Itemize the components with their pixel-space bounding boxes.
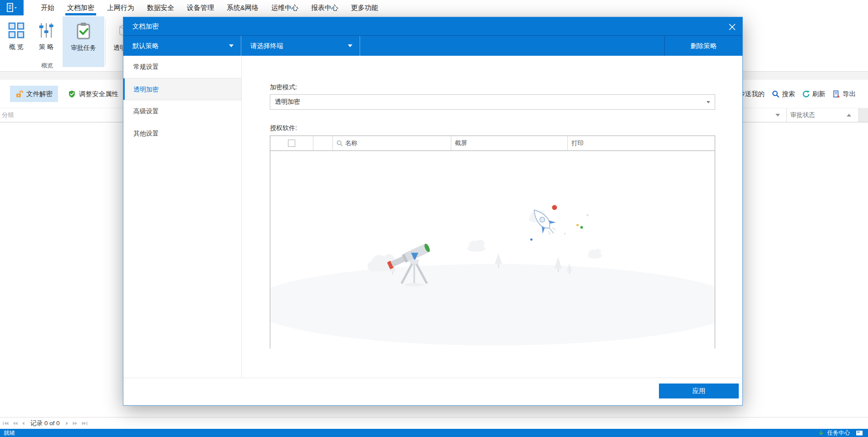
dialog-footer-divider bbox=[123, 378, 742, 378]
search-icon bbox=[772, 90, 780, 98]
terminal-dropdown-value: 请选择终端 bbox=[250, 42, 283, 49]
filter-caret-down-icon[interactable] bbox=[775, 114, 780, 117]
sidebar-item-advanced-settings[interactable]: 高级设置 bbox=[123, 100, 241, 122]
adjust-security-button[interactable]: 调整安全属性 bbox=[63, 86, 124, 102]
prev-page-button[interactable] bbox=[22, 421, 24, 426]
doc-encrypt-dialog: 文档加密 默认策略 请选择终端 删除策略 常规设置 透明加密 高级设置 其他设置 bbox=[123, 17, 743, 406]
menu-item-home[interactable]: 开始 bbox=[34, 0, 61, 15]
next-group-button[interactable] bbox=[73, 421, 78, 426]
approval-tasks-icon bbox=[74, 22, 93, 40]
dialog-dropdown-band: 默认策略 请选择终端 删除策略 bbox=[123, 35, 742, 56]
print-column-label: 打印 bbox=[571, 139, 584, 147]
empty-state-illustration bbox=[270, 151, 715, 349]
search-label: 搜索 bbox=[782, 90, 795, 98]
overview-icon bbox=[8, 22, 25, 39]
terminal-dropdown[interactable]: 请选择终端 bbox=[241, 36, 360, 56]
menu-item-device-mgmt[interactable]: 设备管理 bbox=[180, 0, 220, 15]
menu-item-data-security[interactable]: 数据安全 bbox=[141, 0, 180, 15]
authorized-software-label: 授权软件: bbox=[270, 124, 297, 132]
policy-dropdown-value: 默认策略 bbox=[132, 42, 159, 49]
shield-icon bbox=[68, 90, 76, 98]
prev-group-button[interactable] bbox=[13, 421, 18, 426]
policy-dropdown[interactable]: 默认策略 bbox=[123, 36, 241, 56]
menu-item-more-features[interactable]: 更多功能 bbox=[345, 0, 385, 15]
scrollbar-corner bbox=[859, 108, 868, 122]
sort-asc-icon[interactable] bbox=[847, 114, 851, 117]
file-decrypt-button[interactable]: 文件解密 bbox=[10, 86, 58, 102]
encrypt-mode-select[interactable]: 透明加密 bbox=[270, 94, 715, 110]
encrypt-mode-value: 透明加密 bbox=[275, 98, 300, 106]
select-all-checkbox[interactable] bbox=[288, 140, 295, 147]
select-all-header-cell bbox=[270, 136, 313, 151]
ribbon-group-label: 概览 bbox=[11, 62, 83, 70]
policy-button[interactable]: 策 略 bbox=[32, 16, 61, 67]
menu-item-doc-encrypt[interactable]: 文档加密 bbox=[61, 0, 101, 15]
status-bar: 就绪 任务中心 bbox=[0, 429, 868, 437]
approval-status-label: 审批状态 bbox=[790, 111, 815, 119]
dropdown-caret-icon bbox=[348, 44, 352, 47]
first-page-button[interactable] bbox=[3, 421, 9, 426]
menu-item-system-network[interactable]: 系统&网络 bbox=[220, 0, 265, 15]
menu-item-report-center[interactable]: 报表中心 bbox=[305, 0, 345, 15]
search-icon bbox=[336, 140, 343, 146]
prev-group-icon bbox=[13, 421, 18, 426]
task-center-button[interactable]: 任务中心 bbox=[827, 429, 850, 437]
encrypt-mode-label: 加密模式: bbox=[270, 83, 297, 92]
status-ready-text: 就绪 bbox=[4, 429, 15, 437]
export-icon bbox=[833, 90, 840, 98]
file-decrypt-label: 文件解密 bbox=[26, 90, 53, 98]
select-caret-icon bbox=[707, 101, 710, 103]
apply-button[interactable]: 应用 bbox=[659, 384, 739, 398]
approval-tasks-label: 审批任务 bbox=[71, 44, 96, 52]
export-button[interactable]: 导出 bbox=[833, 90, 856, 98]
overview-button[interactable]: 概 览 bbox=[2, 16, 31, 67]
next-page-button[interactable] bbox=[66, 421, 68, 426]
next-group-icon bbox=[73, 421, 78, 426]
approval-status-column-header[interactable]: 审批状态 bbox=[787, 108, 858, 122]
menu-item-ops-center[interactable]: 运维中心 bbox=[265, 0, 305, 15]
sidebar-item-general-settings[interactable]: 常规设置 bbox=[123, 56, 241, 78]
download-arrow-icon bbox=[818, 430, 824, 436]
policy-label: 策 略 bbox=[39, 43, 54, 51]
group-column-label: 分组 bbox=[2, 108, 14, 122]
close-button[interactable] bbox=[726, 21, 738, 33]
app-menu-button[interactable] bbox=[0, 0, 24, 15]
overview-label: 概 览 bbox=[9, 43, 24, 51]
adjust-security-label: 调整安全属性 bbox=[79, 90, 118, 98]
ribbon-group-separator bbox=[105, 19, 106, 65]
app-menu-icon bbox=[6, 3, 18, 13]
sidebar-item-transparent-encrypt[interactable]: 透明加密 bbox=[123, 78, 241, 100]
sidebar-item-other-settings[interactable]: 其他设置 bbox=[123, 122, 241, 145]
refresh-icon bbox=[802, 90, 810, 98]
export-label: 导出 bbox=[843, 90, 856, 98]
close-icon bbox=[729, 24, 736, 30]
dialog-title-bar: 文档加密 bbox=[123, 17, 742, 35]
search-button[interactable]: 搜索 bbox=[772, 90, 795, 98]
refresh-label: 刷新 bbox=[812, 90, 825, 98]
last-page-icon bbox=[82, 421, 88, 426]
name-column-label: 名称 bbox=[345, 139, 357, 147]
unlock-icon bbox=[15, 90, 23, 98]
first-page-icon bbox=[3, 421, 9, 426]
pagination-bar: 记录 0 of 0 bbox=[0, 417, 868, 429]
next-page-icon bbox=[66, 421, 68, 426]
record-count-text: 记录 0 of 0 bbox=[30, 419, 60, 427]
screenshot-column-header[interactable]: 截屏 bbox=[451, 136, 568, 151]
dialog-sidebar: 常规设置 透明加密 高级设置 其他设置 bbox=[123, 56, 242, 378]
name-column-header[interactable]: 名称 bbox=[333, 136, 451, 151]
menu-bar: 开始 文档加密 上网行为 数据安全 设备管理 系统&网络 运维中心 报表中心 更… bbox=[0, 0, 868, 15]
last-page-button[interactable] bbox=[82, 421, 88, 426]
authorized-software-table: 名称 截屏 打印 bbox=[270, 136, 715, 349]
print-column-header[interactable]: 打印 bbox=[568, 136, 715, 151]
dropdown-caret-icon bbox=[229, 44, 234, 47]
policy-icon bbox=[38, 22, 55, 39]
approval-tasks-button[interactable]: 审批任务 bbox=[63, 16, 104, 67]
refresh-button[interactable]: 刷新 bbox=[802, 90, 825, 98]
menu-item-web-behavior[interactable]: 上网行为 bbox=[101, 0, 141, 15]
icon-column-header bbox=[313, 136, 333, 151]
delete-policy-button[interactable]: 删除策略 bbox=[664, 36, 742, 56]
app-window: 开始 文档加密 上网行为 数据安全 设备管理 系统&网络 运维中心 报表中心 更… bbox=[0, 0, 868, 437]
screenshot-column-label: 截屏 bbox=[455, 139, 467, 147]
task-window-icon[interactable] bbox=[856, 430, 863, 436]
prev-page-icon bbox=[22, 421, 24, 426]
